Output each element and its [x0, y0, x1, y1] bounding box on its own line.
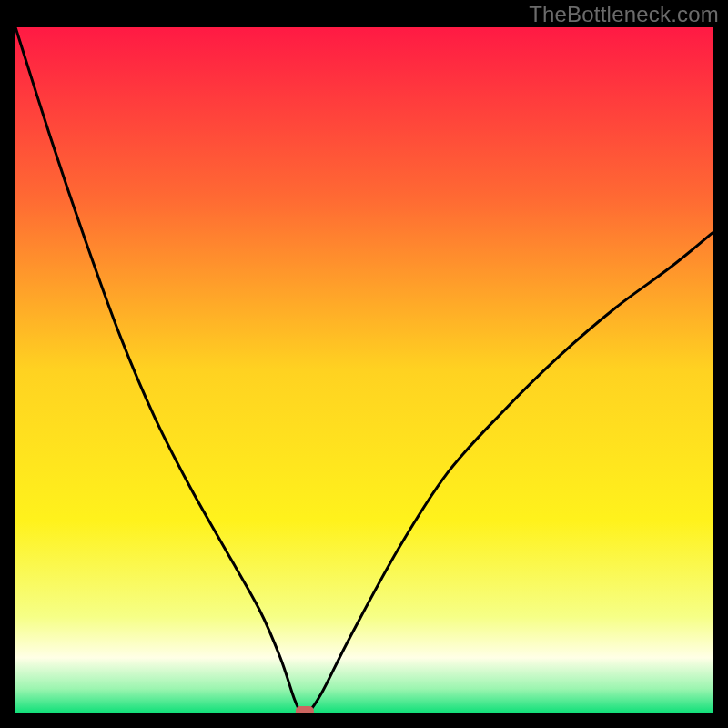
watermark-label: TheBottleneck.com: [529, 2, 719, 27]
chart-frame: TheBottleneck.com: [0, 0, 728, 728]
bottleneck-chart: [15, 27, 713, 713]
optimum-marker: [296, 706, 314, 713]
